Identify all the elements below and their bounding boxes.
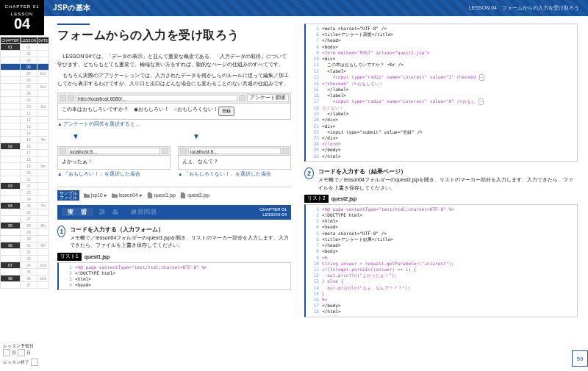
code-line: <body> bbox=[322, 44, 576, 50]
browser-fwd-icon bbox=[68, 95, 74, 101]
section-tabbar: 実 習 講 義 練習問題 CHAPTER 01LESSON 04 bbox=[57, 205, 291, 220]
code-line: <html> bbox=[75, 276, 289, 282]
file-icon bbox=[147, 192, 153, 198]
code-line: <meta charset="UTF-8" /> bbox=[322, 26, 576, 32]
browser-mock-result-a: localhost:8… よかったぁ！ bbox=[57, 146, 171, 170]
browser-tab: アンケート調査 bbox=[247, 94, 289, 102]
tab-practice[interactable]: 実 習 bbox=[62, 208, 93, 216]
survey-submit-button[interactable] bbox=[218, 107, 234, 116]
folder-icon bbox=[84, 192, 90, 198]
crumb-file: quest2.jsp bbox=[180, 192, 209, 198]
code-line: %> bbox=[322, 297, 576, 303]
lesson-progress-rail: CHAPTER 01 LESSON 04 CHAPTERLESSONDATE 0… bbox=[0, 0, 44, 371]
code-line: <label> bbox=[322, 93, 576, 98]
code-line: <input type="submit" value="登録" /> bbox=[322, 129, 576, 135]
code-line: <html> bbox=[322, 218, 576, 224]
code-line: <label> bbox=[322, 68, 576, 74]
code-line: </label> bbox=[322, 87, 576, 93]
code-line: <!DOCTYPE html> bbox=[322, 212, 576, 218]
caption-result-b: 「おもしろくない！」を選択した場合 bbox=[178, 171, 291, 178]
step-block: 2 コードを入力する（結果ページ）メモ帳で／lesson04フォルダーのques… bbox=[304, 168, 578, 192]
code-line: <!DOCTYPE html> bbox=[75, 270, 289, 276]
browser-url: http://localhost:8080/… bbox=[76, 95, 237, 101]
code-listing-2: <%@ page contentType="text/html;charset=… bbox=[304, 204, 578, 317]
code-line: </head> bbox=[322, 242, 576, 248]
tab-lecture[interactable]: 講 義 bbox=[93, 208, 125, 216]
code-line: if(Integer.parseInt(answer) == 1) { bbox=[322, 267, 576, 273]
browser-search-icon bbox=[239, 95, 245, 101]
listing-filename: quest2.jsp bbox=[331, 196, 357, 201]
code-line: </html> bbox=[322, 154, 576, 159]
file-icon bbox=[180, 192, 186, 198]
code-line: <title>アンケート結果</title> bbox=[322, 237, 576, 242]
code-listing-1: <%@ page contentType="text/html;charset=… bbox=[57, 262, 291, 291]
progress-table: CHAPTERLESSONDATE 0101020304052nd06072nd… bbox=[0, 37, 49, 289]
code-line: <% bbox=[322, 255, 576, 261]
sample-file-tag: サンプル ファイル bbox=[57, 190, 79, 201]
listing-badge: リスト1 bbox=[57, 253, 82, 261]
header-title: JSPの基本 bbox=[53, 3, 91, 13]
code-line: <input type="radio" name="interest" valu… bbox=[322, 74, 576, 81]
page-number: 59 bbox=[572, 350, 588, 367]
browser-mock-result-b: localhost:8… えぇ、なんで？ bbox=[178, 146, 291, 170]
code-line: } bbox=[322, 291, 576, 297]
code-line: out.println("よかったぁ！"); bbox=[322, 273, 576, 278]
code-line: } else { bbox=[322, 278, 576, 284]
survey-question-text: この本はおもしろいですか？ ◉おもしろい！ ○おもしろくない！ bbox=[62, 107, 218, 116]
code-line: </html> bbox=[322, 309, 576, 314]
code-line: <title>アンケート調査</title> bbox=[322, 32, 576, 37]
code-line: <div> bbox=[322, 56, 576, 62]
code-line: <div> bbox=[322, 123, 576, 129]
step-title: コードを入力する（入力フォーム） bbox=[70, 226, 291, 234]
page-title: フォームからの入力を受け取ろう bbox=[57, 28, 291, 43]
caption-result-a: 「おもしろい！」を選択した場合 bbox=[57, 171, 171, 178]
browser-back-icon bbox=[60, 95, 66, 101]
crumb-folder: lesson04▸ bbox=[112, 192, 143, 198]
code-line: </div> bbox=[322, 117, 576, 123]
code-line: </body> bbox=[322, 303, 576, 309]
code-line: <head> bbox=[322, 224, 576, 230]
header-subtitle: LESSON 04 フォームからの入力を受け取ろう bbox=[469, 4, 579, 12]
code-line: </head> bbox=[322, 37, 576, 43]
status-prestudy-label: レッスン予習日 bbox=[3, 344, 41, 349]
code-line: <form method="POST" action="quest2.jsp"> bbox=[322, 50, 576, 56]
lesson-pill: LESSON 04 bbox=[0, 10, 44, 35]
chapter-pill: CHAPTER 01 bbox=[0, 0, 44, 10]
sample-file-breadcrumb: サンプル ファイル jsp10▸ lesson04▸ quest1.jsp qu… bbox=[57, 187, 291, 201]
code-line: </form> bbox=[322, 141, 576, 147]
lead-text: LESSON 04では、「データの表示」と並んで重要な概念である、「入力データの… bbox=[57, 52, 291, 88]
folder-icon bbox=[112, 192, 118, 198]
result-a-text: よかったぁ！ bbox=[58, 156, 170, 169]
code-line: ="checked" />おもしろい！ bbox=[322, 81, 576, 87]
crumb-folder: jsp10▸ bbox=[84, 192, 107, 198]
code-line: <meta charset="UTF-8" /> bbox=[322, 231, 576, 237]
chapter-kicker: CHAPTER 01 bbox=[3, 4, 41, 9]
step-desc: メモ帳で／lesson04フォルダーのquest1.jspを開き、リストのマーカ… bbox=[70, 235, 289, 248]
listing-badge: リスト2 bbox=[304, 195, 329, 203]
result-b-text: えぇ、なんで？ bbox=[179, 156, 290, 169]
code-line: out.println("えぇ、なんで？？？"); bbox=[322, 285, 576, 291]
step-block: 1 コードを入力する（入力フォーム）メモ帳で／lesson04フォルダーのque… bbox=[57, 226, 291, 250]
code-line: この本はおもしろいですか？ <br /> bbox=[322, 62, 576, 68]
lesson-number: 04 bbox=[3, 16, 41, 31]
code-line: </div> bbox=[322, 135, 576, 141]
code-line: ろくない！ bbox=[322, 105, 576, 111]
page-header: JSPの基本 LESSON 04 フォームからの入力を受け取ろう bbox=[44, 0, 588, 16]
code-line: String answer = request.getParameter("in… bbox=[322, 261, 576, 267]
code-line: <%@ page contentType="text/html;charset=… bbox=[322, 206, 576, 212]
step-desc: メモ帳で／lesson04フォルダーのquest2.jspを開き、リストのマーカ… bbox=[318, 177, 573, 190]
code-line: <head> bbox=[75, 282, 289, 288]
crumb-file: quest1.jsp bbox=[147, 192, 176, 198]
code-line: </label> bbox=[322, 111, 576, 117]
step-number: 1 bbox=[57, 226, 65, 237]
status-done-label: レッスン終了 bbox=[3, 359, 29, 366]
code-line: <%@ page contentType="text/html;charset=… bbox=[75, 264, 289, 270]
tab-exercises[interactable]: 練習問題 bbox=[125, 208, 163, 216]
browser-mock-survey: http://localhost:8080/… アンケート調査 この本はおもしろ… bbox=[57, 93, 291, 120]
code-line: <body> bbox=[322, 248, 576, 254]
code-line: <input type="radio" name="interest" valu… bbox=[322, 98, 576, 105]
listing-filename: quest1.jsp bbox=[85, 254, 110, 259]
arrow-down-icon: ▼ bbox=[57, 132, 171, 140]
step-number: 2 bbox=[304, 168, 314, 179]
arrow-down-icon: ▼ bbox=[178, 132, 291, 140]
